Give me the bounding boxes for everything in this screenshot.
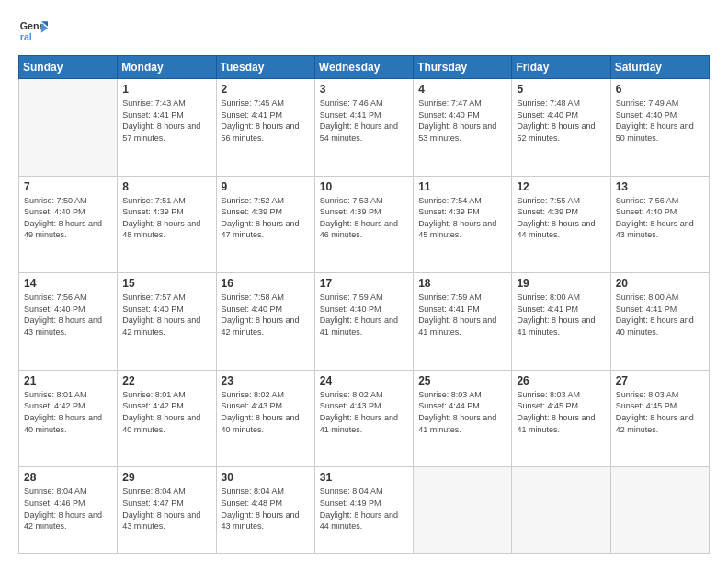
- cell-info: Sunrise: 7:48 AMSunset: 4:40 PMDaylight:…: [517, 98, 605, 144]
- calendar-cell: 5Sunrise: 7:48 AMSunset: 4:40 PMDaylight…: [512, 79, 610, 177]
- week-row-4: 21Sunrise: 8:01 AMSunset: 4:42 PMDayligh…: [19, 370, 710, 467]
- cell-info: Sunrise: 7:59 AMSunset: 4:41 PMDaylight:…: [418, 292, 506, 338]
- calendar-cell: 28Sunrise: 8:04 AMSunset: 4:46 PMDayligh…: [19, 467, 118, 554]
- cell-info: Sunrise: 8:03 AMSunset: 4:44 PMDaylight:…: [418, 389, 506, 435]
- day-number: 10: [320, 180, 408, 193]
- cell-info: Sunrise: 8:03 AMSunset: 4:45 PMDaylight:…: [616, 389, 704, 435]
- day-number: 20: [616, 277, 704, 290]
- calendar-cell: 2Sunrise: 7:45 AMSunset: 4:41 PMDaylight…: [216, 79, 314, 177]
- weekday-wednesday: Wednesday: [314, 56, 413, 79]
- day-number: 27: [616, 374, 704, 387]
- cell-info: Sunrise: 7:51 AMSunset: 4:39 PMDaylight:…: [122, 195, 210, 241]
- cell-info: Sunrise: 8:02 AMSunset: 4:43 PMDaylight:…: [222, 389, 310, 435]
- cell-info: Sunrise: 8:00 AMSunset: 4:41 PMDaylight:…: [616, 292, 704, 338]
- calendar-cell: 21Sunrise: 8:01 AMSunset: 4:42 PMDayligh…: [19, 370, 118, 467]
- calendar-cell: 30Sunrise: 8:04 AMSunset: 4:48 PMDayligh…: [216, 467, 314, 554]
- day-number: 4: [418, 83, 506, 96]
- cell-info: Sunrise: 7:57 AMSunset: 4:40 PMDaylight:…: [122, 292, 210, 338]
- day-number: 3: [320, 83, 408, 96]
- cell-info: Sunrise: 7:56 AMSunset: 4:40 PMDaylight:…: [616, 195, 704, 241]
- weekday-monday: Monday: [118, 56, 216, 79]
- calendar-cell: 31Sunrise: 8:04 AMSunset: 4:49 PMDayligh…: [314, 467, 413, 554]
- calendar-cell: 10Sunrise: 7:53 AMSunset: 4:39 PMDayligh…: [314, 176, 413, 273]
- cell-info: Sunrise: 7:43 AMSunset: 4:41 PMDaylight:…: [122, 98, 210, 144]
- calendar-cell: 22Sunrise: 8:01 AMSunset: 4:42 PMDayligh…: [118, 370, 216, 467]
- calendar-page: Gene ral SundayMondayTuesdayWednesdayThu…: [0, 0, 728, 563]
- weekday-sunday: Sunday: [19, 56, 118, 79]
- calendar-cell: [19, 79, 118, 177]
- calendar-cell: [610, 467, 709, 554]
- cell-info: Sunrise: 8:02 AMSunset: 4:43 PMDaylight:…: [320, 389, 408, 435]
- day-number: 15: [122, 277, 210, 290]
- calendar-cell: 18Sunrise: 7:59 AMSunset: 4:41 PMDayligh…: [414, 273, 512, 371]
- calendar-cell: 6Sunrise: 7:49 AMSunset: 4:40 PMDaylight…: [610, 79, 709, 177]
- cell-info: Sunrise: 7:55 AMSunset: 4:39 PMDaylight:…: [517, 195, 605, 241]
- day-number: 26: [517, 374, 605, 387]
- cell-info: Sunrise: 7:52 AMSunset: 4:39 PMDaylight:…: [222, 195, 310, 241]
- day-number: 6: [616, 83, 704, 96]
- week-row-5: 28Sunrise: 8:04 AMSunset: 4:46 PMDayligh…: [19, 467, 710, 554]
- weekday-friday: Friday: [512, 56, 610, 79]
- cell-info: Sunrise: 7:53 AMSunset: 4:39 PMDaylight:…: [320, 195, 408, 241]
- calendar-cell: 15Sunrise: 7:57 AMSunset: 4:40 PMDayligh…: [118, 273, 216, 371]
- calendar-cell: 24Sunrise: 8:02 AMSunset: 4:43 PMDayligh…: [314, 370, 413, 467]
- calendar-cell: 12Sunrise: 7:55 AMSunset: 4:39 PMDayligh…: [512, 176, 610, 273]
- cell-info: Sunrise: 8:01 AMSunset: 4:42 PMDaylight:…: [122, 389, 210, 435]
- calendar-cell: 27Sunrise: 8:03 AMSunset: 4:45 PMDayligh…: [610, 370, 709, 467]
- day-number: 21: [24, 374, 112, 387]
- calendar-cell: 8Sunrise: 7:51 AMSunset: 4:39 PMDaylight…: [118, 176, 216, 273]
- day-number: 30: [222, 471, 310, 484]
- cell-info: Sunrise: 7:49 AMSunset: 4:40 PMDaylight:…: [616, 98, 704, 144]
- cell-info: Sunrise: 7:59 AMSunset: 4:40 PMDaylight:…: [320, 292, 408, 338]
- weekday-header-row: SundayMondayTuesdayWednesdayThursdayFrid…: [19, 56, 710, 79]
- cell-info: Sunrise: 8:04 AMSunset: 4:48 PMDaylight:…: [222, 486, 310, 532]
- calendar-cell: 1Sunrise: 7:43 AMSunset: 4:41 PMDaylight…: [118, 79, 216, 177]
- calendar-cell: 19Sunrise: 8:00 AMSunset: 4:41 PMDayligh…: [512, 273, 610, 371]
- day-number: 18: [418, 277, 506, 290]
- calendar-cell: 11Sunrise: 7:54 AMSunset: 4:39 PMDayligh…: [414, 176, 512, 273]
- calendar-cell: 7Sunrise: 7:50 AMSunset: 4:40 PMDaylight…: [19, 176, 118, 273]
- day-number: 23: [222, 374, 310, 387]
- calendar-cell: 4Sunrise: 7:47 AMSunset: 4:40 PMDaylight…: [414, 79, 512, 177]
- calendar-cell: [414, 467, 512, 554]
- day-number: 25: [418, 374, 506, 387]
- week-row-1: 1Sunrise: 7:43 AMSunset: 4:41 PMDaylight…: [19, 79, 710, 177]
- day-number: 28: [24, 471, 112, 484]
- day-number: 11: [418, 180, 506, 193]
- cell-info: Sunrise: 8:04 AMSunset: 4:47 PMDaylight:…: [122, 486, 210, 532]
- calendar-cell: 16Sunrise: 7:58 AMSunset: 4:40 PMDayligh…: [216, 273, 314, 371]
- calendar-cell: [512, 467, 610, 554]
- week-row-2: 7Sunrise: 7:50 AMSunset: 4:40 PMDaylight…: [19, 176, 710, 273]
- weekday-tuesday: Tuesday: [216, 56, 314, 79]
- cell-info: Sunrise: 7:50 AMSunset: 4:40 PMDaylight:…: [24, 195, 112, 241]
- calendar-cell: 20Sunrise: 8:00 AMSunset: 4:41 PMDayligh…: [610, 273, 709, 371]
- day-number: 31: [320, 471, 408, 484]
- day-number: 1: [122, 83, 210, 96]
- calendar-cell: 23Sunrise: 8:02 AMSunset: 4:43 PMDayligh…: [216, 370, 314, 467]
- day-number: 9: [222, 180, 310, 193]
- cell-info: Sunrise: 7:46 AMSunset: 4:41 PMDaylight:…: [320, 98, 408, 144]
- calendar-cell: 13Sunrise: 7:56 AMSunset: 4:40 PMDayligh…: [610, 176, 709, 273]
- cell-info: Sunrise: 8:03 AMSunset: 4:45 PMDaylight:…: [517, 389, 605, 435]
- cell-info: Sunrise: 7:54 AMSunset: 4:39 PMDaylight:…: [418, 195, 506, 241]
- day-number: 19: [517, 277, 605, 290]
- cell-info: Sunrise: 7:47 AMSunset: 4:40 PMDaylight:…: [418, 98, 506, 144]
- cell-info: Sunrise: 7:58 AMSunset: 4:40 PMDaylight:…: [222, 292, 310, 338]
- day-number: 24: [320, 374, 408, 387]
- cell-info: Sunrise: 8:04 AMSunset: 4:46 PMDaylight:…: [24, 486, 112, 532]
- calendar-cell: 25Sunrise: 8:03 AMSunset: 4:44 PMDayligh…: [414, 370, 512, 467]
- logo-icon: Gene ral: [18, 17, 48, 46]
- day-number: 8: [122, 180, 210, 193]
- calendar-cell: 3Sunrise: 7:46 AMSunset: 4:41 PMDaylight…: [314, 79, 413, 177]
- cell-info: Sunrise: 8:04 AMSunset: 4:49 PMDaylight:…: [320, 486, 408, 532]
- day-number: 16: [222, 277, 310, 290]
- cell-info: Sunrise: 7:56 AMSunset: 4:40 PMDaylight:…: [24, 292, 112, 338]
- cell-info: Sunrise: 7:45 AMSunset: 4:41 PMDaylight:…: [222, 98, 310, 144]
- calendar-cell: 17Sunrise: 7:59 AMSunset: 4:40 PMDayligh…: [314, 273, 413, 371]
- calendar-cell: 9Sunrise: 7:52 AMSunset: 4:39 PMDaylight…: [216, 176, 314, 273]
- day-number: 12: [517, 180, 605, 193]
- svg-text:ral: ral: [20, 31, 32, 42]
- calendar-cell: 14Sunrise: 7:56 AMSunset: 4:40 PMDayligh…: [19, 273, 118, 371]
- calendar-cell: 29Sunrise: 8:04 AMSunset: 4:47 PMDayligh…: [118, 467, 216, 554]
- logo: Gene ral: [18, 17, 51, 46]
